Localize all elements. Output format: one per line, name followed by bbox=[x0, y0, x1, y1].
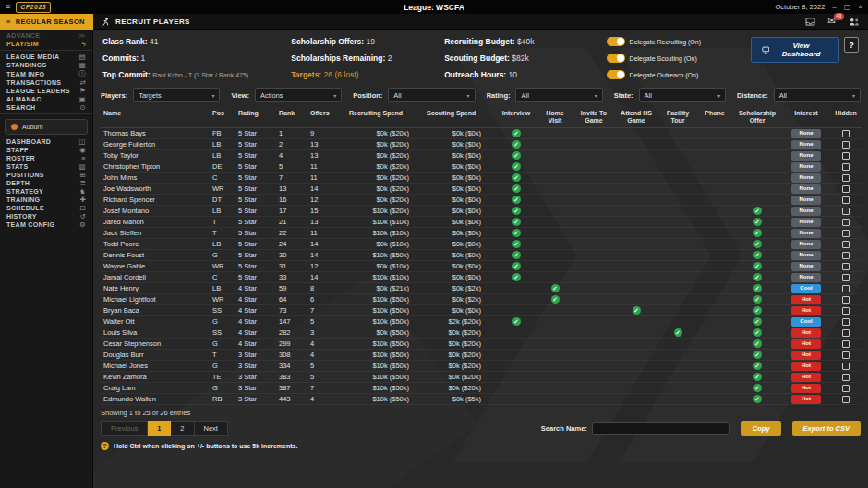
sidebar-item-depth[interactable]: DEPTH≣ bbox=[0, 179, 92, 187]
recruit-row[interactable]: Jamal CordellC5 Star3314$10k ($10k)$0k (… bbox=[101, 272, 862, 283]
recruit-row[interactable]: Josef MontanoLB5 Star1715$10k ($20k)$0k … bbox=[101, 206, 862, 217]
hidden-checkbox[interactable] bbox=[842, 396, 850, 403]
column-header-hidden[interactable]: Hidden bbox=[830, 108, 862, 128]
recruit-row[interactable]: George FullertonLB5 Star213$0k ($20k)$0k… bbox=[101, 139, 862, 150]
sidebar-item-roster[interactable]: ROSTER≡ bbox=[0, 154, 92, 162]
sidebar-item-standings[interactable]: STANDINGS▦ bbox=[0, 61, 92, 69]
recruit-row[interactable]: Joe WadsworthWR5 Star1314$0k ($20k)$0k (… bbox=[101, 184, 862, 195]
filter-rating-dropdown[interactable]: All▾ bbox=[515, 88, 602, 102]
hidden-checkbox[interactable] bbox=[842, 230, 850, 237]
team-selector[interactable]: Auburn bbox=[5, 119, 88, 135]
column-header-interview[interactable]: Interview bbox=[496, 108, 536, 128]
column-header-scouting-spend[interactable]: Scouting Spend bbox=[424, 108, 496, 128]
filter-distance-dropdown[interactable]: All▾ bbox=[774, 88, 861, 102]
recruit-row[interactable]: Jack SteffenT5 Star2211$10k ($10k)$0k ($… bbox=[101, 228, 862, 239]
view-dashboard-button[interactable]: View Dashboard bbox=[751, 37, 839, 63]
column-header-invite-to-game[interactable]: Invite To Game bbox=[573, 108, 614, 128]
sidebar-item-league-leaders[interactable]: LEAGUE LEADERS⚑ bbox=[0, 87, 92, 95]
hidden-checkbox[interactable] bbox=[842, 219, 850, 226]
column-header-rank[interactable]: Rank bbox=[276, 108, 307, 128]
column-header-offers[interactable]: Offers bbox=[307, 108, 346, 128]
recruit-row[interactable]: John MimsC5 Star711$0k ($20k)$0k ($0k)✓N… bbox=[101, 173, 862, 184]
recruit-row[interactable]: Kevin ZamoraTE3 Star3835$10k ($50k)$0k (… bbox=[101, 372, 862, 383]
hidden-checkbox[interactable] bbox=[842, 329, 850, 337]
delegate-scouting-on-toggle[interactable] bbox=[607, 54, 625, 63]
hidden-checkbox[interactable] bbox=[842, 351, 850, 359]
hidden-checkbox[interactable] bbox=[842, 318, 850, 326]
recruit-row[interactable]: Craig LamG3 Star3877$10k ($50k)$0k ($20k… bbox=[101, 383, 862, 394]
page-previous-button[interactable]: Previous bbox=[101, 421, 148, 436]
column-header-recruiting-spend[interactable]: Recruiting Spend bbox=[346, 108, 424, 128]
hidden-checkbox[interactable] bbox=[842, 374, 850, 381]
sidebar-item-staff[interactable]: STAFF◉ bbox=[0, 146, 92, 154]
column-header-interest[interactable]: Interest bbox=[782, 108, 830, 128]
sidebar-item-strategy[interactable]: STRATEGY♞ bbox=[0, 187, 92, 196]
hidden-checkbox[interactable] bbox=[842, 263, 850, 270]
recruit-row[interactable]: Todd PooreLB5 Star2414$0k ($10k)$0k ($0k… bbox=[101, 239, 862, 250]
column-header-home-visit[interactable]: Home Visit bbox=[536, 108, 573, 128]
sidebar-item-team-info[interactable]: TEAM INFOⓘ bbox=[0, 69, 92, 78]
hidden-checkbox[interactable] bbox=[842, 141, 850, 149]
sidebar-item-team-config[interactable]: TEAM CONFIG⚙ bbox=[0, 220, 92, 229]
hidden-checkbox[interactable] bbox=[842, 385, 850, 392]
sidebar-item-transactions[interactable]: TRANSACTIONS⇄ bbox=[0, 78, 92, 87]
search-name-input[interactable] bbox=[592, 422, 730, 435]
sidebar-item-training[interactable]: TRAINING✚ bbox=[0, 196, 92, 204]
filter-view-dropdown[interactable]: Actions▾ bbox=[255, 88, 342, 102]
recruit-row[interactable]: Wayne GableWR5 Star3112$0k ($10k)$0k ($0… bbox=[101, 261, 862, 272]
hidden-checkbox[interactable] bbox=[842, 241, 850, 248]
recruit-row[interactable]: Cesar StephensonG4 Star2994$10k ($50k)$0… bbox=[101, 339, 862, 350]
export-csv-button[interactable]: Export to CSV bbox=[792, 421, 861, 436]
hidden-checkbox[interactable] bbox=[842, 174, 850, 182]
inbox-icon[interactable] bbox=[805, 18, 815, 26]
filter-position-dropdown[interactable]: All▾ bbox=[388, 88, 475, 102]
page-2-button[interactable]: 2 bbox=[171, 421, 194, 436]
hidden-checkbox[interactable] bbox=[842, 340, 850, 348]
filter-players-dropdown[interactable]: Targets▾ bbox=[133, 88, 220, 102]
sidebar-item-search[interactable]: SEARCH⊙ bbox=[0, 103, 92, 112]
column-header-rating[interactable]: Rating bbox=[235, 108, 276, 128]
column-header-phone[interactable]: Phone bbox=[697, 108, 732, 128]
hidden-checkbox[interactable] bbox=[842, 130, 850, 137]
sidebar-item-positions[interactable]: POSITIONS⊞ bbox=[0, 171, 92, 179]
column-header-name[interactable]: Name bbox=[101, 108, 210, 128]
column-header-facility-tour[interactable]: Facility Tour bbox=[658, 108, 697, 128]
hidden-checkbox[interactable] bbox=[842, 185, 850, 193]
column-header-scholarship-offer[interactable]: Scholarship Offer bbox=[732, 108, 782, 128]
close-icon[interactable]: × bbox=[858, 4, 862, 11]
hidden-checkbox[interactable] bbox=[842, 274, 850, 281]
hidden-checkbox[interactable] bbox=[842, 152, 850, 160]
page-1-button[interactable]: 1 bbox=[148, 421, 171, 436]
sidebar-item-play-sim[interactable]: PLAY/SIMϟ bbox=[0, 40, 92, 48]
sidebar-header[interactable]: ≡ REGULAR SEASON bbox=[0, 14, 93, 30]
help-button[interactable]: ? bbox=[844, 37, 859, 53]
hidden-checkbox[interactable] bbox=[842, 196, 850, 204]
sidebar-item-schedule[interactable]: SCHEDULE⊟ bbox=[0, 204, 92, 212]
hidden-checkbox[interactable] bbox=[842, 163, 850, 171]
recruit-row[interactable]: Louis SilvaSS4 Star2823$0k ($50k)$0k ($2… bbox=[101, 327, 862, 339]
sidebar-item-dashboard[interactable]: DASHBOARD◫ bbox=[0, 137, 92, 146]
hidden-checkbox[interactable] bbox=[842, 252, 850, 259]
sidebar-item-advance[interactable]: ADVANCE≫ bbox=[0, 31, 92, 40]
hidden-checkbox[interactable] bbox=[842, 285, 850, 292]
recruit-row[interactable]: Richard SpencerDT5 Star1612$0k ($20k)$0k… bbox=[101, 195, 862, 206]
sidebar-item-league-media[interactable]: LEAGUE MEDIA▤ bbox=[0, 53, 92, 61]
recruit-row[interactable]: Christopher TiptonDE5 Star511$0k ($20k)$… bbox=[101, 161, 862, 173]
minimize-icon[interactable]: – bbox=[832, 4, 836, 11]
hidden-checkbox[interactable] bbox=[842, 363, 850, 370]
maximize-icon[interactable]: ▢ bbox=[844, 4, 851, 11]
sidebar-item-almanac[interactable]: ALMANAC▣ bbox=[0, 95, 92, 103]
recruit-row[interactable]: Dennis FoustG5 Star3014$10k ($50k)$0k ($… bbox=[101, 250, 862, 261]
sidebar-item-history[interactable]: HISTORY↺ bbox=[0, 212, 92, 220]
hidden-checkbox[interactable] bbox=[842, 296, 850, 304]
delegate-outreach-on-toggle[interactable] bbox=[607, 70, 625, 79]
hidden-checkbox[interactable] bbox=[842, 307, 850, 315]
column-header-attend-hs-game[interactable]: Attend HS Game bbox=[614, 108, 658, 128]
recruit-row[interactable]: Edmundo WallenRB3 Star4434$10k ($50k)$0k… bbox=[101, 394, 862, 405]
hidden-checkbox[interactable] bbox=[842, 208, 850, 215]
page-next-button[interactable]: Next bbox=[195, 421, 228, 436]
delegate-recruiting-on-toggle[interactable] bbox=[607, 37, 625, 46]
sidebar-item-stats[interactable]: STATS▥ bbox=[0, 162, 92, 171]
recruit-row[interactable]: Douglas BurrT3 Star3084$10k ($50k)$0k ($… bbox=[101, 350, 862, 361]
mail-icon[interactable]: ✉41 bbox=[828, 17, 836, 26]
